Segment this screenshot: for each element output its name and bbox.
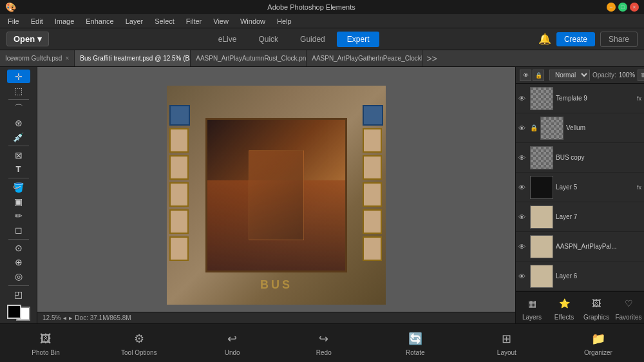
favorites-icon: ♡ <box>620 294 638 312</box>
close-tab-0[interactable]: × <box>65 55 69 62</box>
gradient-tool[interactable]: ▣ <box>7 195 30 208</box>
quick-select-tool[interactable]: ⊛ <box>7 116 30 129</box>
tab-favorites-label: Favorites <box>615 314 641 321</box>
menu-item-window[interactable]: Window <box>235 16 270 26</box>
layer-7[interactable]: 👁 Layer 7 <box>516 202 644 232</box>
minimize-button[interactable]: − <box>607 3 616 12</box>
shape-tool[interactable]: ◰ <box>7 287 30 301</box>
tab-quick[interactable]: Quick <box>248 32 289 47</box>
marquee-tool[interactable]: ⬚ <box>7 84 30 97</box>
share-button[interactable]: Share <box>600 32 638 47</box>
menu-item-select[interactable]: Select <box>149 16 180 26</box>
blur-tool[interactable]: ◎ <box>7 270 30 283</box>
dock-photo-bin[interactable]: 🖼 Photo Bin <box>30 330 62 356</box>
dock-layout[interactable]: ⊞ Layout <box>491 330 523 356</box>
layer-fx-3: fx <box>637 184 641 191</box>
layout-icon: ⊞ <box>498 330 516 348</box>
menu-item-image[interactable]: Image <box>50 16 80 26</box>
tool-options-icon: ⚙ <box>130 330 148 348</box>
crop-tool[interactable]: ⊠ <box>7 148 30 162</box>
tab-layers[interactable]: ▦ Layers <box>516 294 548 321</box>
menu-item-filter[interactable]: Filter <box>181 16 207 26</box>
layer-visibility-6[interactable]: 👁 <box>518 272 527 280</box>
paint-bucket-tool[interactable]: 🪣 <box>7 180 30 194</box>
more-tabs-button[interactable]: >> <box>422 53 440 64</box>
menu-item-file[interactable]: File <box>3 16 24 26</box>
layer-6[interactable]: 👁 Layer 6 <box>516 262 644 291</box>
tab-expert[interactable]: Expert <box>337 32 380 47</box>
delete-layer-button[interactable]: 🗑 <box>638 70 644 81</box>
status-nav-right[interactable]: ▸ <box>69 314 72 321</box>
stamp <box>169 236 189 261</box>
tab-elive[interactable]: eLive <box>208 32 247 47</box>
stamp <box>363 209 382 234</box>
menu-item-edit[interactable]: Edit <box>26 16 48 26</box>
dock-undo[interactable]: ↩ Undo <box>216 330 249 356</box>
layer-name-3: Layer 5 <box>556 184 633 191</box>
dock-redo[interactable]: ↪ Redo <box>308 330 340 356</box>
status-nav-left[interactable]: ◂ <box>63 314 66 321</box>
layer-visibility-1[interactable]: 👁 <box>518 124 527 132</box>
type-tool[interactable]: T <box>7 162 30 176</box>
layer-thumb-3 <box>530 176 553 199</box>
fg-bg-color-picker[interactable] <box>7 305 30 321</box>
tab-guided[interactable]: Guided <box>290 32 336 47</box>
menu-item-help[interactable]: Help <box>272 16 297 26</box>
notifications-icon[interactable]: 🔔 <box>538 33 551 45</box>
layer-name-2: BUS copy <box>556 154 641 161</box>
clone-tool[interactable]: ⊙ <box>7 241 30 254</box>
layer-5[interactable]: 👁 Layer 5 fx <box>516 173 644 202</box>
layer-template9[interactable]: 👁 Template 9 fx <box>516 84 644 113</box>
layer-visibility-3[interactable]: 👁 <box>518 184 527 191</box>
panel-tabs: ▦ Layers ⭐ Effects 🖼 Graphics ♡ Favorite… <box>516 291 644 323</box>
layer-name-1: Vellum <box>566 124 641 131</box>
lock-icon[interactable]: 🔒 <box>533 70 544 81</box>
dock-undo-label: Undo <box>225 349 240 356</box>
app-icon: 🎨 <box>5 2 16 12</box>
layer-visibility-4[interactable]: 👁 <box>518 213 527 221</box>
dock-rotate[interactable]: 🔄 Rotate <box>399 330 431 356</box>
menu-item-enhance[interactable]: Enhance <box>80 16 118 26</box>
layer-visibility-2[interactable]: 👁 <box>518 154 527 162</box>
layer-visibility-0[interactable]: 👁 <box>518 95 527 102</box>
tab-graphics[interactable]: 🖼 Graphics <box>580 294 612 321</box>
tab-effects[interactable]: ⭐ Effects <box>548 294 580 321</box>
dock-organizer[interactable]: 📁 Organizer <box>582 330 614 356</box>
eyedropper-tool[interactable]: 💉 <box>7 130 30 144</box>
doc-tab-2[interactable]: AASPN_ArtPlayAutumnRust_Clock.png × <box>191 50 307 66</box>
create-button[interactable]: Create <box>556 32 595 46</box>
open-button[interactable]: Open ▾ <box>6 32 49 46</box>
menu-item-view[interactable]: View <box>208 16 234 26</box>
close-button[interactable]: × <box>630 3 639 12</box>
dock-photo-bin-label: Photo Bin <box>32 349 59 356</box>
status-bar: 12.5% ◂ ▸ Doc: 37.1M/865.8M <box>37 312 515 323</box>
dock-tool-options[interactable]: ⚙ Tool Options <box>121 330 157 356</box>
layer-vellum[interactable]: 👁 🔒 Vellum <box>516 113 644 143</box>
layer-bus-copy[interactable]: 👁 BUS copy <box>516 143 644 173</box>
opacity-value: 100% <box>619 71 636 79</box>
fg-color-swatch[interactable] <box>7 305 21 319</box>
doc-tab-3[interactable]: AASPN_ArtPlayGatherInPeace_ClockFa × <box>307 50 422 66</box>
move-tool[interactable]: ✛ <box>7 70 30 83</box>
layer-aaspn[interactable]: 👁 AASPN_ArtPlayPal... <box>516 232 644 262</box>
document-tabs: Iceworm Gultch.psd × Bus Graffiti treatm… <box>0 50 644 67</box>
canvas-area[interactable]: BUS 12.5% ◂ ▸ Doc: 37.1M/865.8M <box>37 67 515 323</box>
eraser-tool[interactable]: ◻ <box>7 224 30 237</box>
menu-item-layer[interactable]: Layer <box>120 16 149 26</box>
layers-list: 👁 Template 9 fx 👁 🔒 Vellum 👁 BUS copy � <box>516 84 644 291</box>
eye-icon[interactable]: 👁 <box>520 70 531 81</box>
doc-tab-0[interactable]: Iceworm Gultch.psd × <box>0 50 75 66</box>
layers-icon: ▦ <box>523 294 541 312</box>
bus-text: BUS <box>260 278 292 292</box>
stamp <box>363 155 382 180</box>
lasso-tool[interactable]: ⌒ <box>7 102 30 115</box>
brush-tool[interactable]: ✏ <box>7 209 30 222</box>
tab-favorites[interactable]: ♡ Favorites <box>612 294 644 321</box>
maximize-button[interactable]: □ <box>618 3 627 12</box>
window-controls[interactable]: − □ × <box>607 3 639 12</box>
doc-tab-1[interactable]: Bus Graffiti treatment.psd @ 12.5% (Back… <box>75 50 191 66</box>
layer-visibility-5[interactable]: 👁 <box>518 243 527 251</box>
blend-mode-select[interactable]: Normal <box>549 70 590 81</box>
heal-tool[interactable]: ⊕ <box>7 256 30 269</box>
layer-name-0: Template 9 <box>556 95 633 102</box>
